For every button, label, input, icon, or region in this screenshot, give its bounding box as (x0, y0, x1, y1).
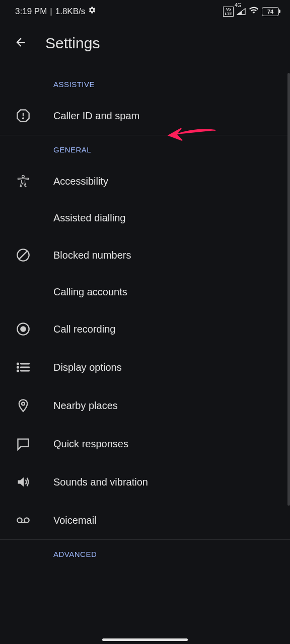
item-label: Calling accounts (53, 286, 127, 298)
item-label: Call recording (53, 324, 115, 335)
item-label: Caller ID and spam (53, 110, 139, 122)
section-header-assistive: ASSISTIVE (0, 70, 290, 97)
item-quick-responses[interactable]: Quick responses (0, 425, 290, 463)
item-display-options[interactable]: Display options (0, 348, 290, 386)
signal-icon: 4G (237, 8, 246, 15)
app-header: Settings (0, 21, 290, 70)
item-assisted-dialling[interactable]: Assisted dialling (0, 200, 290, 236)
status-bar: 3:19 PM | 1.8KB/s Vo LTE 4G 74 (0, 0, 290, 21)
item-calling-accounts[interactable]: Calling accounts (0, 274, 290, 310)
wifi-icon (249, 5, 259, 18)
location-icon (13, 398, 33, 413)
item-blocked-numbers[interactable]: Blocked numbers (0, 236, 290, 274)
battery-level: 74 (267, 9, 273, 15)
item-accessibility[interactable]: Accessibility (0, 162, 290, 200)
item-voicemail[interactable]: Voicemail (0, 501, 290, 539)
svg-line-5 (19, 251, 27, 259)
network-4g: 4G (235, 3, 241, 8)
page-title: Settings (45, 35, 100, 52)
block-icon (13, 248, 33, 262)
item-label: Blocked numbers (53, 250, 131, 261)
status-data-rate: 1.8KB/s (55, 7, 86, 17)
svg-point-12 (17, 370, 18, 371)
item-label: Display options (53, 362, 122, 373)
battery-indicator: 74 (262, 7, 279, 16)
status-divider: | (50, 7, 52, 17)
item-label: Nearby places (53, 400, 118, 412)
section-header-advanced: ADVANCED (0, 540, 290, 567)
list-icon (13, 360, 33, 374)
accessibility-icon (13, 174, 33, 188)
volte-badge: Vo LTE (223, 7, 234, 17)
item-nearby-places[interactable]: Nearby places (0, 386, 290, 425)
item-label: Voicemail (53, 515, 97, 526)
section-header-general: GENERAL (0, 135, 290, 162)
svg-point-10 (17, 367, 18, 368)
item-label: Quick responses (53, 438, 128, 450)
record-icon (13, 322, 33, 336)
chat-icon (13, 437, 33, 451)
gear-icon (88, 6, 96, 17)
svg-point-14 (22, 403, 25, 406)
svg-point-7 (21, 327, 25, 331)
svg-point-16 (24, 518, 29, 522)
nav-handle[interactable] (102, 638, 188, 641)
spam-icon (13, 109, 33, 123)
svg-point-15 (17, 518, 22, 522)
item-label: Accessibility (53, 176, 108, 187)
svg-point-8 (17, 363, 18, 364)
status-left: 3:19 PM | 1.8KB/s (15, 6, 96, 17)
sound-icon (13, 475, 33, 489)
back-arrow-icon[interactable] (14, 36, 27, 51)
item-call-recording[interactable]: Call recording (0, 310, 290, 348)
scrollbar[interactable] (287, 73, 290, 506)
svg-point-3 (22, 175, 25, 178)
voicemail-icon (13, 513, 33, 527)
item-label: Sounds and vibration (53, 476, 148, 488)
status-right: Vo LTE 4G 74 (223, 5, 279, 18)
item-label: Assisted dialling (53, 212, 125, 224)
item-sounds-vibration[interactable]: Sounds and vibration (0, 463, 290, 501)
item-caller-id-spam[interactable]: Caller ID and spam (0, 97, 290, 135)
status-time: 3:19 PM (15, 7, 47, 17)
svg-point-2 (23, 118, 24, 119)
